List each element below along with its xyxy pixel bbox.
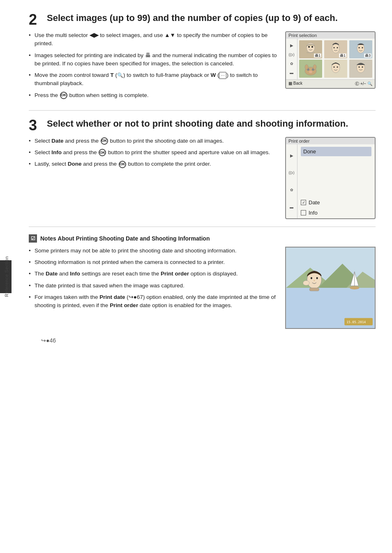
zoom-label: Ⓔ +/− 🔍 [355,81,372,87]
step2-bullet-2: Images selected for printing are indicat… [29,51,277,68]
print-order-screen-box: Print order ▶ ((ɔ) ✿ ▬ Done ✓ [285,137,376,219]
thumb-4 [299,60,322,78]
ok-icon-1: OK [101,137,108,145]
step3-header: 3 Select whether or not to print shootin… [29,118,376,133]
thumb-6-svg [349,60,372,78]
po-spacer [301,160,371,195]
svg-text:15.05.2014: 15.05.2014 [346,320,366,324]
svg-point-22 [334,67,335,68]
star-icon: ✿ [290,62,293,66]
cam-thumbnail-area: 🖶1 [297,39,375,79]
step2-number: 2 [29,12,41,27]
notes-title: Notes About Printing Shooting Date and S… [40,235,210,242]
svg-point-4 [311,46,313,48]
notes-bullets: Some printers may not be able to print t… [29,247,277,310]
svg-point-6 [332,44,339,53]
notes-section: ☑ Notes About Printing Shooting Date and… [29,234,376,329]
camera-screen-1: Print selection ▶ ((ɔ) ✿ ▬ [285,31,376,89]
step3-bullet-3: Lastly, select Done and press the OK but… [29,160,277,168]
bottom-area: Some printers may not be able to print t… [29,247,376,329]
thumb-1-label: 🖶1 [314,53,321,58]
svg-point-7 [334,47,335,49]
step2-bullets: Use the multi selector ◀▶ to select imag… [29,31,277,99]
svg-point-18 [305,65,308,69]
thumb-2: 🖶1 [324,40,347,58]
step2-header: 2 Select images (up to 99) and the numbe… [29,12,376,27]
thumb-4-svg [299,60,322,78]
divider-2 [29,227,376,227]
screen-content: ▶ ((ɔ) ✿ ▬ [286,39,375,79]
svg-point-23 [337,67,338,68]
po-info-label: Info [309,210,318,216]
step2-bullet-3: Move the zoom control toward T (🔍) to sw… [29,71,277,88]
step2-text: Use the multi selector ◀▶ to select imag… [29,31,277,103]
info-checkbox [301,210,306,215]
print-selection-title: Print selection [286,32,375,39]
thumb-1: 🖶1 [299,40,322,58]
po-wifi-icon: ((ɔ) [289,171,295,175]
svg-point-27 [362,67,363,68]
print-order-screen: Print order ▶ ((ɔ) ✿ ▬ Done ✓ [285,137,376,219]
svg-point-19 [313,65,316,69]
notes-bullet-3: The Date and Info settings are reset eac… [29,270,277,278]
svg-point-8 [337,47,338,49]
step3-number: 3 [29,118,41,133]
notes-bullet-5: For images taken with the Print date (↪●… [29,293,277,310]
cam-bottom-bar: ▦ Back Ⓔ +/− 🔍 [286,79,375,88]
illustration-svg: 15.05.2014 [286,248,375,328]
grid-icon: ⋯ [219,72,226,79]
step2-title: Select images (up to 99) and the number … [47,12,338,24]
battery-icon: ▬ [290,71,293,75]
thumb-3-label: 🖶3 [364,53,371,58]
ok-icon-3: OK [119,161,126,168]
po-play-icon: ▶ [290,153,293,158]
notes-text: Some printers may not be able to print t… [29,247,277,313]
po-main: Done ✓ Date Info [297,144,375,218]
step2-content: Use the multi selector ◀▶ to select imag… [29,31,376,103]
notes-header: ☑ Notes About Printing Shooting Date and… [29,234,376,243]
print-selection-screen: Print selection ▶ ((ɔ) ✿ ▬ [285,31,376,89]
cam-thumbnails: 🖶1 [297,39,375,79]
thumb-5-svg [324,60,347,78]
step3-title: Select whether or not to print shooting … [47,118,348,130]
svg-point-39 [316,277,318,279]
notes-bullet-2: Shooting information is not printed when… [29,258,277,266]
po-date-label: Date [309,199,320,206]
svg-point-3 [308,46,310,48]
back-label: ▦ Back [288,81,302,87]
step3-bullet-2: Select Info and press the OK button to p… [29,148,277,157]
page-number: ↪●46 [41,337,56,344]
play-icon: ▶ [290,43,293,48]
svg-point-40 [314,280,315,281]
thumb-2-label: 🖶1 [339,53,346,58]
svg-rect-42 [309,288,319,291]
ok-icon-2: OK [99,149,106,156]
po-date-row: ✓ Date [301,199,371,206]
step2-bullet-4: Press the OK button when setting is comp… [29,91,277,99]
page-footer: ↪●46 [41,337,376,344]
step3-bullets: Select Date and press the OK button to p… [29,137,277,169]
svg-point-11 [359,47,360,49]
po-star-icon: ✿ [290,188,293,192]
notes-bullet-4: The date printed is that saved when the … [29,282,277,290]
po-done-label: Done [301,147,371,156]
step3-bullet-1: Select Date and press the OK button to p… [29,137,277,145]
thumb-5 [324,60,347,78]
step2-bullet-1: Use the multi selector ◀▶ to select imag… [29,31,277,48]
cam-icon-col: ▶ ((ɔ) ✿ ▬ [286,39,297,79]
po-battery-icon: ▬ [290,205,293,209]
wifi-icon: ((ɔ) [289,53,295,57]
notes-bullet-1: Some printers may not be able to print t… [29,247,277,255]
svg-point-17 [309,71,312,73]
svg-point-38 [311,277,312,279]
date-checkbox: ✓ [301,200,306,205]
svg-point-41 [303,280,309,285]
svg-point-10 [357,44,364,53]
thumb-6 [349,60,372,78]
svg-point-36 [350,286,360,289]
po-info-row: Info [301,210,371,216]
svg-point-12 [362,47,363,49]
step3-content: Select Date and press the OK button to p… [29,137,376,219]
po-content-row: ▶ ((ɔ) ✿ ▬ Done ✓ Date [286,144,375,218]
ok-button-icon: OK [60,92,67,99]
